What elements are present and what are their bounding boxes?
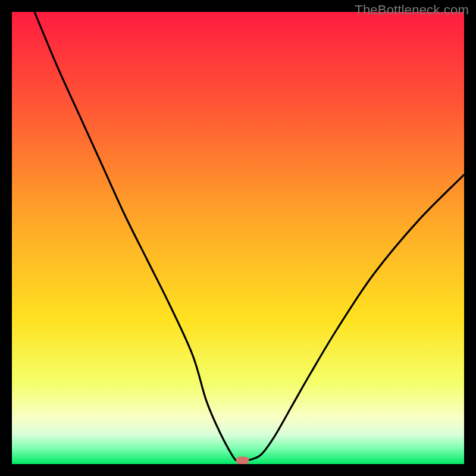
plot-area bbox=[12, 12, 464, 464]
optimal-marker bbox=[236, 456, 249, 464]
bottleneck-curve-chart bbox=[12, 12, 464, 464]
watermark-label: TheBottleneck.com bbox=[355, 2, 469, 18]
gradient-background bbox=[12, 12, 464, 464]
chart-frame: TheBottleneck.com bbox=[0, 0, 476, 476]
